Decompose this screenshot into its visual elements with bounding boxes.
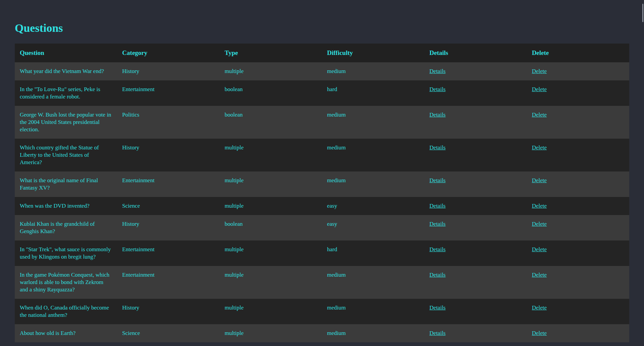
delete-cell: Delete [527,139,629,171]
details-cell: Details [424,240,527,266]
details-link[interactable]: Details [429,86,445,92]
type-cell: boolean [220,80,322,106]
question-cell: In "Star Trek", what sauce is commonly u… [15,240,117,266]
question-cell: Which country gifted the Statue of Liber… [15,139,117,171]
delete-link[interactable]: Delete [532,112,547,118]
delete-link[interactable]: Delete [532,272,547,278]
category-cell: History [117,62,219,80]
difficulty-cell: hard [322,240,424,266]
type-cell: multiple [220,299,322,324]
questions-page: Questions Question Category Type Difficu… [15,0,629,342]
category-cell: Entertainment [117,80,219,106]
type-cell: multiple [220,139,322,171]
details-link[interactable]: Details [429,68,445,74]
category-cell: Entertainment [117,240,219,266]
column-header-details: Details [424,44,527,62]
table-row: Which country gifted the Statue of Liber… [15,139,629,171]
category-cell: History [117,139,219,171]
details-link[interactable]: Details [429,112,445,118]
question-cell: When did O, Canada officially become the… [15,299,117,324]
questions-table: Question Category Type Difficulty Detail… [15,44,629,342]
details-link[interactable]: Details [429,177,445,184]
delete-cell: Delete [527,240,629,266]
difficulty-cell: medium [322,62,424,80]
delete-link[interactable]: Delete [532,68,547,74]
column-header-category: Category [117,44,219,62]
delete-cell: Delete [527,324,629,342]
column-header-delete: Delete [527,44,629,62]
table-row: About how old is Earth?Sciencemultipleme… [15,324,629,342]
table-header-row: Question Category Type Difficulty Detail… [15,44,629,62]
question-cell: What is the original name of Final Fanta… [15,171,117,197]
delete-cell: Delete [527,80,629,106]
table-row: In the game Pokémon Conquest, which warl… [15,266,629,299]
difficulty-cell: hard [322,80,424,106]
question-cell: When was the DVD invented? [15,197,117,215]
difficulty-cell: medium [322,171,424,197]
details-link[interactable]: Details [429,246,445,253]
question-cell: In the game Pokémon Conquest, which warl… [15,266,117,299]
type-cell: boolean [220,106,322,139]
delete-link[interactable]: Delete [532,177,547,184]
delete-link[interactable]: Delete [532,221,547,227]
category-cell: History [117,299,219,324]
table-row: When was the DVD invented?Sciencemultipl… [15,197,629,215]
details-link[interactable]: Details [429,221,445,227]
details-link[interactable]: Details [429,272,445,278]
table-row: What is the original name of Final Fanta… [15,171,629,197]
question-cell: In the "To Love-Ru" series, Peke is cons… [15,80,117,106]
vertical-scrollbar-thumb[interactable] [642,4,643,22]
type-cell: multiple [220,197,322,215]
delete-link[interactable]: Delete [532,304,547,311]
category-cell: Politics [117,106,219,139]
delete-cell: Delete [527,215,629,240]
delete-cell: Delete [527,266,629,299]
details-cell: Details [424,139,527,171]
delete-link[interactable]: Delete [532,203,547,209]
type-cell: multiple [220,324,322,342]
details-cell: Details [424,197,527,215]
details-link[interactable]: Details [429,144,445,151]
details-link[interactable]: Details [429,330,445,336]
details-cell: Details [424,266,527,299]
type-cell: multiple [220,266,322,299]
category-cell: Entertainment [117,266,219,299]
details-cell: Details [424,215,527,240]
difficulty-cell: medium [322,324,424,342]
delete-link[interactable]: Delete [532,144,547,151]
details-link[interactable]: Details [429,304,445,311]
details-link[interactable]: Details [429,203,445,209]
delete-cell: Delete [527,299,629,324]
delete-link[interactable]: Delete [532,330,547,336]
table-row: In "Star Trek", what sauce is commonly u… [15,240,629,266]
details-cell: Details [424,106,527,139]
column-header-difficulty: Difficulty [322,44,424,62]
category-cell: Entertainment [117,171,219,197]
category-cell: Science [117,324,219,342]
question-cell: George W. Bush lost the popular vote in … [15,106,117,139]
difficulty-cell: medium [322,139,424,171]
delete-cell: Delete [527,62,629,80]
details-cell: Details [424,62,527,80]
difficulty-cell: easy [322,215,424,240]
type-cell: multiple [220,240,322,266]
table-row: In the "To Love-Ru" series, Peke is cons… [15,80,629,106]
delete-cell: Delete [527,171,629,197]
delete-cell: Delete [527,106,629,139]
details-cell: Details [424,324,527,342]
difficulty-cell: medium [322,266,424,299]
delete-link[interactable]: Delete [532,246,547,253]
type-cell: multiple [220,171,322,197]
difficulty-cell: easy [322,197,424,215]
table-row: What year did the Vietnam War end?Histor… [15,62,629,80]
category-cell: Science [117,197,219,215]
table-row: George W. Bush lost the popular vote in … [15,106,629,139]
question-cell: Kublai Khan is the grandchild of Genghis… [15,215,117,240]
difficulty-cell: medium [322,106,424,139]
delete-link[interactable]: Delete [532,86,547,92]
details-cell: Details [424,171,527,197]
delete-cell: Delete [527,197,629,215]
difficulty-cell: medium [322,299,424,324]
column-header-question: Question [15,44,117,62]
question-cell: About how old is Earth? [15,324,117,342]
